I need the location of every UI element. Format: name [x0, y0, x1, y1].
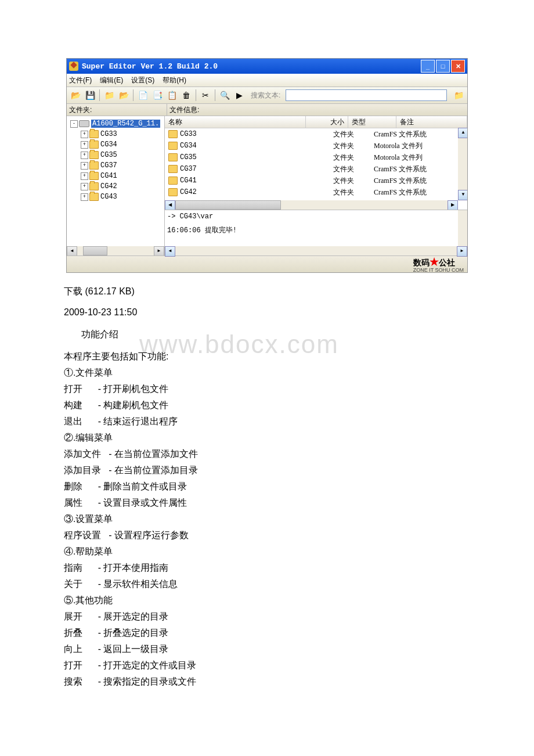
col-size[interactable]: 大小	[306, 116, 348, 128]
list-row[interactable]: CG42文件夹CramFS 文件系统	[165, 186, 467, 198]
doc-line: 删除 - 删除当前文件或目录	[64, 480, 470, 494]
save-icon[interactable]: 💾	[84, 89, 96, 102]
log-line: 16:06:06 提取完毕!	[167, 225, 465, 235]
folder-open-icon[interactable]: 📂	[117, 89, 130, 102]
menubar: 文件(F) 编辑(E) 设置(S) 帮助(H)	[67, 74, 467, 87]
download-caption: 下载 (612.17 KB)	[64, 285, 470, 298]
doc-line: 构建 - 构建刷机包文件	[64, 398, 470, 412]
search-icon[interactable]: 🔍	[218, 89, 231, 102]
doc-line: 打开 - 打开选定的文件或目录	[64, 658, 470, 672]
brand-logo: 数码★公社	[413, 255, 464, 268]
panel-labels: 文件夹: 文件信息:	[67, 104, 467, 116]
folder-icon	[168, 177, 178, 185]
doc-line: ⑤.其他功能	[64, 593, 470, 607]
tree-item[interactable]: +CG35	[68, 150, 163, 160]
doc-line: ③.设置菜单	[64, 512, 470, 526]
date-caption: 2009-10-23 11:50	[64, 305, 470, 319]
doc-line: 属性 - 设置目录或文件属性	[64, 496, 470, 510]
doc-line: 添加目录 - 在当前位置添加目录	[64, 463, 470, 477]
window-title: Super Editor Ver 1.2 Build 2.0	[82, 62, 218, 71]
folder-icon	[168, 153, 178, 161]
log-pane: -> CG43\var 16:06:06 提取完毕! ◀▶	[165, 210, 467, 255]
doc-line: 展开 - 展开选定的目录	[64, 610, 470, 624]
search-label: 搜索文本:	[251, 91, 280, 100]
doc-line: 搜索 - 搜索指定的目录或文件	[64, 675, 470, 689]
list-vscrollbar[interactable]: ▲▼	[458, 128, 467, 200]
tree-item[interactable]: +CG37	[68, 160, 163, 171]
doc-line: 本程序主要包括如下功能:	[64, 350, 470, 363]
col-note[interactable]: 备注	[396, 116, 467, 128]
statusbar: 数码★公社 ZONE IT SOHU COM	[67, 255, 467, 272]
menu-settings[interactable]: 设置(S)	[131, 75, 154, 85]
list-row[interactable]: CG34文件夹Motorola 文件列	[165, 140, 467, 152]
list-row[interactable]: CG35文件夹Motorola 文件列	[165, 152, 467, 163]
search-input[interactable]	[286, 89, 447, 101]
file-listview[interactable]: 名称 大小 类型 备注 CG33文件夹CramFS 文件系统 CG34文件夹Mo…	[165, 116, 467, 210]
doc-line: 指南 - 打开本使用指南	[64, 561, 470, 575]
copy-icon[interactable]: 📋	[165, 89, 178, 102]
list-hscrollbar[interactable]: ◀▶	[165, 200, 458, 210]
list-row[interactable]: CG33文件夹CramFS 文件系统	[165, 128, 467, 140]
tree-item[interactable]: +CG41	[68, 171, 163, 181]
menu-help[interactable]: 帮助(H)	[163, 75, 186, 85]
folder-icon	[168, 142, 178, 150]
tree-item[interactable]: +CG34	[68, 139, 163, 150]
open-icon[interactable]: 📂	[69, 89, 82, 102]
tree-root[interactable]: -A1600_R542_G_11.	[68, 118, 163, 129]
section-title: 功能介绍	[64, 327, 470, 341]
close-button[interactable]: ✕	[451, 60, 465, 73]
folder-new-icon[interactable]: 📁	[103, 89, 116, 102]
folder-icon	[168, 188, 178, 196]
go-icon[interactable]: ▶	[233, 89, 246, 102]
menu-file[interactable]: 文件(F)	[69, 75, 92, 85]
list-row[interactable]: CG37文件夹CramFS 文件系统	[165, 163, 467, 175]
add-file-icon[interactable]: 📄	[136, 89, 149, 102]
titlebar: Super Editor Ver 1.2 Build 2.0 _ □ ✕	[67, 59, 467, 74]
doc-line: 向上 - 返回上一级目录	[64, 642, 470, 656]
col-name[interactable]: 名称	[165, 116, 306, 128]
log-vscrollbar[interactable]	[458, 210, 467, 246]
doc-line: 打开 - 打开刷机包文件	[64, 382, 470, 396]
delete-icon[interactable]: 🗑	[180, 89, 193, 102]
add-folder-icon[interactable]: 📑	[151, 89, 164, 102]
col-type[interactable]: 类型	[348, 116, 396, 128]
log-line: -> CG43\var	[167, 213, 465, 221]
doc-line: ②.编辑菜单	[64, 431, 470, 445]
tree-item[interactable]: +CG42	[68, 181, 163, 192]
maximize-button[interactable]: □	[436, 60, 450, 73]
app-icon	[69, 62, 78, 71]
tree-hscrollbar[interactable]: ◀▶	[67, 246, 164, 255]
doc-line: 程序设置 - 设置程序运行参数	[64, 528, 470, 542]
doc-line: 添加文件 - 在当前位置添加文件	[64, 447, 470, 461]
log-hscrollbar[interactable]: ◀▶	[165, 246, 467, 255]
app-window: Super Editor Ver 1.2 Build 2.0 _ □ ✕ 文件(…	[66, 58, 468, 273]
cut-icon[interactable]: ✂	[199, 89, 212, 102]
minimize-button[interactable]: _	[421, 60, 435, 73]
toolbar: 📂 💾 📁 📂 📄 📑 📋 🗑 ✂ 🔍 ▶ 搜索文本: 📁	[67, 87, 467, 104]
doc-line: ④.帮助菜单	[64, 545, 470, 559]
brand-url: ZONE IT SOHU COM	[413, 267, 464, 273]
tree-item[interactable]: +CG33	[68, 129, 163, 139]
fileinfo-panel-label: 文件信息:	[167, 104, 199, 116]
doc-line: 关于 - 显示软件相关信息	[64, 577, 470, 591]
doc-line: ①.文件菜单	[64, 366, 470, 380]
list-row[interactable]: CG41文件夹CramFS 文件系统	[165, 175, 467, 186]
doc-line: 折叠 - 折叠选定的目录	[64, 626, 470, 640]
tree-item[interactable]: +CG43	[68, 192, 163, 202]
folder-panel-label: 文件夹:	[67, 104, 167, 116]
folder-icon	[168, 165, 178, 173]
doc-line: 退出 - 结束运行退出程序	[64, 415, 470, 429]
folder-icon	[168, 130, 178, 138]
tree-pane[interactable]: -A1600_R542_G_11. +CG33 +CG34 +CG35 +CG3…	[67, 116, 165, 255]
menu-edit[interactable]: 编辑(E)	[100, 75, 123, 85]
search-go-icon[interactable]: 📁	[452, 89, 465, 102]
list-header[interactable]: 名称 大小 类型 备注	[165, 116, 467, 128]
